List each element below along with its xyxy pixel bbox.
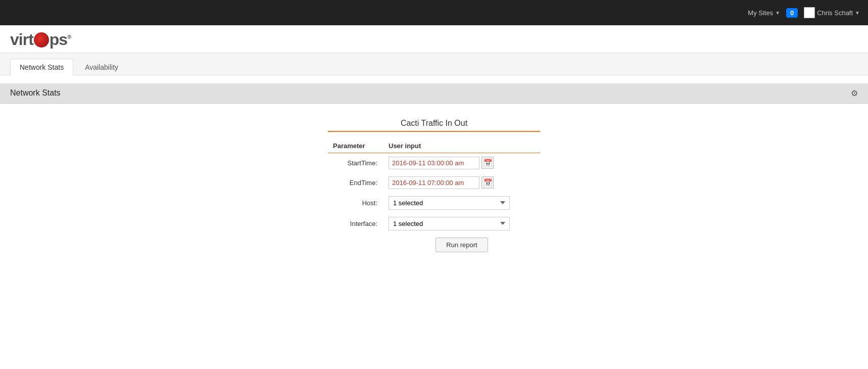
starttime-label: StartTime: [328, 153, 383, 173]
host-cell: 1 selected [383, 193, 540, 213]
tabs-bar: Network Stats Availability [0, 53, 868, 75]
run-report-button[interactable]: Run report [436, 238, 488, 252]
host-select[interactable]: 1 selected [389, 196, 510, 210]
run-report-spacer [328, 234, 383, 256]
logo-o-icon [34, 32, 49, 48]
endtime-cell: 📅 [383, 173, 540, 193]
starttime-wrapper: 📅 [389, 157, 535, 169]
section-title: Network Stats [10, 88, 61, 98]
table-row: EndTime: 📅 [328, 173, 540, 193]
gear-icon[interactable]: ⚙ [851, 88, 858, 98]
section-header: Network Stats ⚙ [0, 83, 868, 104]
user-menu-arrow: ▼ [855, 10, 860, 16]
form-panel: Cacti Traffic In Out Parameter User inpu… [328, 119, 540, 256]
endtime-wrapper: 📅 [389, 176, 535, 189]
starttime-cell: 📅 [383, 153, 540, 173]
logo-part1: virt [10, 30, 33, 49]
user-name-label: Chris Schaft [817, 9, 853, 17]
run-report-cell: Run report [383, 234, 540, 256]
logo-bar: virtps® [0, 25, 868, 53]
interface-label: Interface: [328, 213, 383, 234]
logo: virtps® [10, 30, 71, 49]
my-sites-label: My Sites [748, 9, 773, 17]
my-sites-arrow: ▼ [775, 10, 780, 16]
logo-part2: ps [50, 30, 67, 49]
tab-network-stats-label: Network Stats [20, 63, 64, 71]
table-row: StartTime: 📅 [328, 153, 540, 173]
top-navigation: My Sites ▼ 0 Chris Schaft ▼ [0, 0, 868, 25]
form-table: Parameter User input StartTime: 📅 [328, 139, 540, 256]
notification-badge[interactable]: 0 [786, 8, 798, 18]
tab-availability-label: Availability [85, 63, 118, 71]
table-row: Run report [328, 234, 540, 256]
interface-cell: 1 selected [383, 213, 540, 234]
interface-select[interactable]: 1 selected [389, 217, 510, 230]
starttime-input[interactable] [389, 157, 479, 169]
col-parameter-header: Parameter [328, 139, 383, 153]
avatar [804, 7, 815, 18]
tab-network-stats[interactable]: Network Stats [10, 59, 73, 75]
endtime-calendar-icon[interactable]: 📅 [481, 176, 494, 189]
col-userinput-header: User input [383, 139, 540, 153]
host-label: Host: [328, 193, 383, 213]
logo-registered: ® [67, 34, 71, 40]
user-menu[interactable]: Chris Schaft ▼ [804, 7, 860, 18]
table-row: Host: 1 selected [328, 193, 540, 213]
main-content: Cacti Traffic In Out Parameter User inpu… [0, 104, 868, 271]
form-title: Cacti Traffic In Out [328, 119, 540, 128]
endtime-input[interactable] [389, 176, 479, 189]
form-title-divider [328, 131, 540, 132]
endtime-label: EndTime: [328, 173, 383, 193]
starttime-calendar-icon[interactable]: 📅 [481, 157, 494, 169]
tab-availability[interactable]: Availability [75, 59, 128, 75]
my-sites-menu[interactable]: My Sites ▼ [748, 9, 780, 17]
table-row: Interface: 1 selected [328, 213, 540, 234]
